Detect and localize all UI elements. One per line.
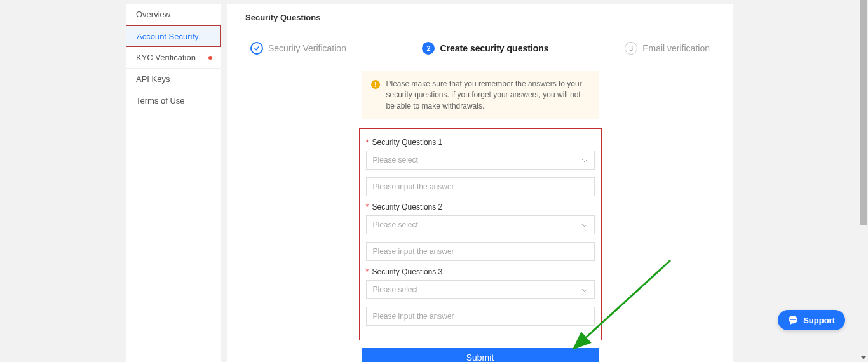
warning-icon: ! <box>371 80 380 89</box>
step-number-icon: 2 <box>422 42 435 55</box>
sidebar-item-api-keys[interactable]: API Keys <box>126 69 221 90</box>
answer-input-1[interactable] <box>366 177 595 196</box>
questions-form: * Security Questions 1 Please select * S… <box>359 128 602 340</box>
sidebar-item-label: API Keys <box>136 74 170 84</box>
svg-point-2 <box>792 319 794 320</box>
chevron-down-icon <box>581 220 588 229</box>
sidebar-item-label: Overview <box>136 10 170 19</box>
chevron-down-icon <box>581 156 588 164</box>
support-label: Support <box>803 316 835 325</box>
support-chat-button[interactable]: Support <box>778 310 845 330</box>
notice-text: Please make sure that you remember the a… <box>386 79 590 112</box>
step-email-verification: 3 Email verification <box>625 42 710 55</box>
submit-row: Submit <box>362 348 599 362</box>
sidebar-item-terms-of-use[interactable]: Terms of Use <box>126 90 221 112</box>
stepper: Security Verification 2 Create security … <box>227 30 733 60</box>
question-select-2[interactable]: Please select <box>366 215 595 234</box>
required-asterisk-icon: * <box>366 267 369 276</box>
notice-banner: ! Please make sure that you remember the… <box>362 71 599 119</box>
sidebar: Overview Account Security KYC Verificati… <box>126 4 221 362</box>
scrollbar-track[interactable] <box>859 0 868 362</box>
sidebar-item-label: Account Security <box>137 32 199 41</box>
chevron-down-icon <box>581 285 588 294</box>
sidebar-item-kyc-verification[interactable]: KYC Verification <box>126 47 221 69</box>
question-label-2: * Security Questions 2 <box>366 203 595 211</box>
sidebar-item-account-security[interactable]: Account Security <box>126 25 221 47</box>
required-asterisk-icon: * <box>366 203 369 211</box>
svg-point-3 <box>794 319 796 320</box>
scroll-down-icon[interactable] <box>861 356 866 359</box>
question-group-1: * Security Questions 1 Please select <box>366 138 595 196</box>
required-asterisk-icon: * <box>366 138 369 147</box>
select-placeholder: Please select <box>373 156 418 164</box>
scrollbar-thumb[interactable] <box>860 0 867 225</box>
step-label: Security Verification <box>268 43 346 53</box>
sidebar-item-label: KYC Verification <box>136 53 196 62</box>
chat-bubble-icon <box>788 315 798 325</box>
step-label: Create security questions <box>440 43 548 53</box>
question-label-3: * Security Questions 3 <box>366 267 595 276</box>
sidebar-item-overview[interactable]: Overview <box>126 4 221 25</box>
svg-point-1 <box>790 319 792 320</box>
select-placeholder: Please select <box>373 220 418 229</box>
question-label-1: * Security Questions 1 <box>366 138 595 147</box>
page-container: Overview Account Security KYC Verificati… <box>126 0 868 362</box>
question-group-2: * Security Questions 2 Please select <box>366 203 595 261</box>
question-group-3: * Security Questions 3 Please select <box>366 267 595 326</box>
step-security-verification: Security Verification <box>250 42 346 55</box>
select-placeholder: Please select <box>373 285 418 294</box>
page-title: Security Questions <box>227 4 733 30</box>
step-label: Email verification <box>642 43 710 53</box>
submit-button[interactable]: Submit <box>362 348 599 362</box>
alert-dot-icon <box>208 56 212 60</box>
sidebar-item-label: Terms of Use <box>136 96 185 105</box>
answer-input-3[interactable] <box>366 307 595 326</box>
step-create-security-questions: 2 Create security questions <box>422 42 548 55</box>
question-select-1[interactable]: Please select <box>366 151 595 170</box>
check-circle-icon <box>250 42 263 55</box>
step-number-icon: 3 <box>625 42 637 55</box>
answer-input-2[interactable] <box>366 242 595 261</box>
question-select-3[interactable]: Please select <box>366 280 595 299</box>
main-panel: Security Questions Security Verification… <box>227 4 733 362</box>
